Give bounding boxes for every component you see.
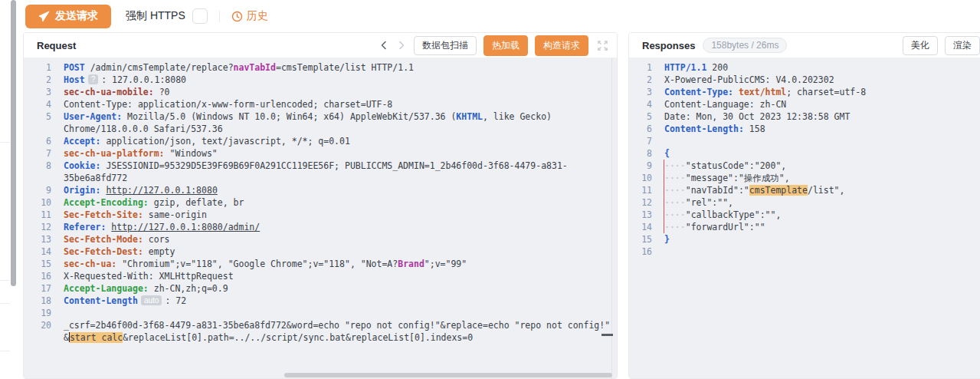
response-meta-badge: 158bytes / 26ms <box>703 38 787 53</box>
code-line[interactable]: 2X-Powered-PublicCMS: V4.0.202302 <box>629 74 980 86</box>
request-panel-title: Request <box>37 40 76 51</box>
code-line[interactable]: 11Sec-Fetch-Site: same-origin <box>24 209 617 221</box>
toolbar: 发送请求 强制 HTTPS 历史 <box>18 0 980 32</box>
code-line[interactable]: 1HTTP/1.1 200 <box>629 61 980 74</box>
code-line[interactable]: 12Referer: http://127.0.0.1:8080/admin/ <box>24 221 617 233</box>
response-panel-title: Responses <box>642 40 695 51</box>
response-panel-header: Responses 158bytes / 26ms 美化 渲染 <box>629 33 980 58</box>
code-line[interactable]: 13····"callbackType":"", <box>629 209 980 221</box>
code-line[interactable]: 15sec-ch-ua: "Chromium";v="118", "Google… <box>24 258 617 270</box>
code-line[interactable]: 3Content-Type: text/html; charset=utf-8 <box>629 86 980 98</box>
code-line[interactable]: 2Host?: 127.0.0.1:8080 <box>24 74 617 86</box>
code-line[interactable]: 9Origin: http://127.0.0.1:8080 <box>24 184 617 196</box>
code-line[interactable]: 11····"navTabId":"cmsTemplate/list", <box>629 184 980 196</box>
panels-row: Request 数据包扫描 热加载 构造请求 <box>23 32 980 379</box>
response-header-controls: 美化 渲染 <box>903 36 980 55</box>
code-line[interactable]: 4Content-Type: application/x-www-form-ur… <box>24 98 617 110</box>
editor-gutter-line <box>611 58 612 378</box>
divider <box>0 142 10 143</box>
background-panel-sliver <box>0 0 18 379</box>
divider <box>0 280 10 281</box>
code-line[interactable]: 5User-Agent: Mozilla/5.0 (Windows NT 10.… <box>24 110 617 135</box>
divider <box>0 303 10 304</box>
fullscreen-icon[interactable] <box>598 41 608 51</box>
divider <box>0 351 10 351</box>
code-line[interactable]: 20_csrf=2b46f00d-3f68-4479-a831-35be6a8f… <box>24 319 617 344</box>
clock-icon <box>231 11 243 22</box>
app-window: 发送请求 强制 HTTPS 历史 Request <box>0 0 980 379</box>
response-viewer[interactable]: 1HTTP/1.1 2002X-Powered-PublicCMS: V4.0.… <box>629 58 980 378</box>
code-line[interactable]: 5Date: Mon, 30 Oct 2023 12:38:58 GMT <box>629 110 980 123</box>
code-line[interactable]: 18Content-Lengthauto: 72 <box>24 295 617 307</box>
history-button[interactable]: 历史 <box>231 9 268 23</box>
code-line[interactable]: 7 <box>629 135 980 147</box>
send-request-label: 发送请求 <box>55 9 98 23</box>
code-line[interactable]: 16 <box>629 246 980 258</box>
code-line[interactable]: 15} <box>629 233 980 246</box>
code-line[interactable]: 16X-Requested-With: XMLHttpRequest <box>24 270 617 282</box>
main-area: 发送请求 强制 HTTPS 历史 Request <box>18 0 980 379</box>
response-panel: Responses 158bytes / 26ms 美化 渲染 1HTTP/1.… <box>628 32 980 379</box>
code-line[interactable]: 13Sec-Fetch-Mode: cors <box>24 233 617 246</box>
code-line[interactable]: 6Content-Length: 158 <box>629 123 980 135</box>
force-https-checkbox[interactable] <box>192 8 208 24</box>
request-header-controls: 数据包扫描 热加载 构造请求 <box>379 35 609 56</box>
code-line[interactable]: 10Accept-Encoding: gzip, deflate, br <box>24 196 617 209</box>
beautify-button[interactable]: 美化 <box>903 36 938 55</box>
scroll-ruler-mark <box>601 334 613 336</box>
code-line[interactable]: 19 <box>24 307 617 319</box>
hot-reload-button[interactable]: 热加载 <box>483 35 528 56</box>
code-line[interactable]: 14Sec-Fetch-Dest: empty <box>24 246 617 258</box>
code-line[interactable]: 9····"statusCode":"200", <box>629 160 980 172</box>
code-line[interactable]: 17Accept-Language: zh-CN,zh;q=0.9 <box>24 282 617 295</box>
packet-scan-button[interactable]: 数据包扫描 <box>414 36 477 55</box>
code-line[interactable]: 14····"forwardUrl":"" <box>629 221 980 233</box>
code-line[interactable]: 10····"message":"操作成功", <box>629 172 980 184</box>
build-request-button[interactable]: 构造请求 <box>535 35 588 56</box>
request-editor[interactable]: 1POST /admin/cmsTemplate/replace?navTabI… <box>24 58 617 378</box>
code-line[interactable]: 12····"rel":"", <box>629 196 980 209</box>
vertical-scrollbar[interactable] <box>11 0 16 286</box>
code-line[interactable]: 4Content-Language: zh-CN <box>629 98 980 110</box>
history-back-icon[interactable] <box>379 40 389 51</box>
code-line[interactable]: 1POST /admin/cmsTemplate/replace?navTabI… <box>24 61 617 74</box>
code-line[interactable]: 7sec-ch-ua-platform: "Windows" <box>24 147 617 160</box>
horizontal-scrollbar[interactable] <box>284 373 612 377</box>
history-forward-icon[interactable] <box>396 40 407 51</box>
force-https-label: 强制 HTTPS <box>126 9 185 23</box>
render-button[interactable]: 渲染 <box>945 36 980 55</box>
send-request-button[interactable]: 发送请求 <box>25 5 111 28</box>
send-icon <box>38 11 50 22</box>
history-label: 历史 <box>247 9 268 23</box>
code-line[interactable]: 3sec-ch-ua-mobile: ?0 <box>24 86 617 98</box>
request-panel-header: Request 数据包扫描 热加载 构造请求 <box>24 33 617 58</box>
request-panel: Request 数据包扫描 热加载 构造请求 <box>23 32 618 379</box>
code-line[interactable]: 6Accept: application/json, text/javascri… <box>24 135 617 147</box>
toolbar-divider <box>219 11 220 22</box>
code-line[interactable]: 8{ <box>629 147 980 160</box>
code-line[interactable]: 8Cookie: JSESSIONID=95329D5E39F69B69F0A2… <box>24 160 617 184</box>
